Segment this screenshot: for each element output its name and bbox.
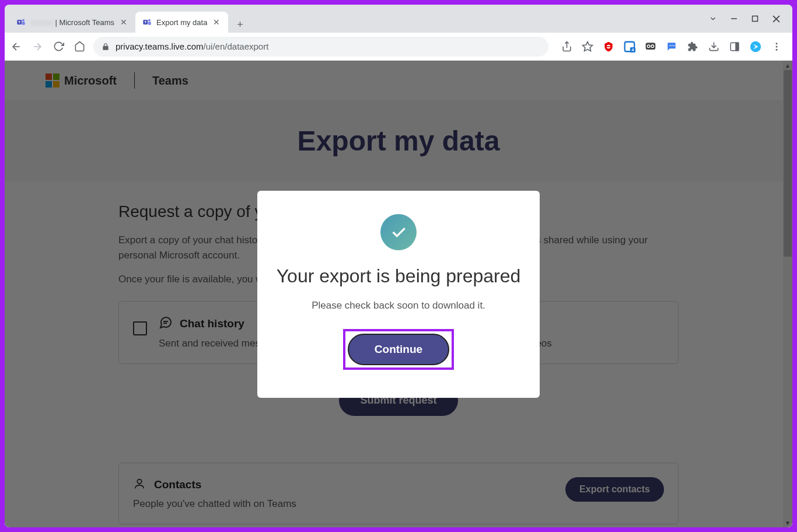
tab-title: Export my data: [156, 18, 207, 27]
close-icon[interactable]: [771, 14, 781, 23]
lock-icon: [102, 43, 110, 51]
svg-text:T: T: [144, 20, 146, 24]
maximize-icon[interactable]: [750, 14, 760, 23]
reload-icon[interactable]: [53, 41, 64, 52]
svg-point-27: [672, 45, 673, 46]
sidepanel-icon[interactable]: [728, 40, 741, 53]
url-text: privacy.teams.live.com/ui/en/dataexport: [116, 41, 268, 51]
share-icon[interactable]: [560, 40, 573, 53]
browser-window: T ——— | Microsoft Teams ✕ T Export my da…: [5, 5, 792, 527]
extension-blue-icon[interactable]: 4: [623, 40, 636, 53]
svg-point-26: [670, 45, 671, 46]
extension-chat-icon[interactable]: [665, 40, 678, 53]
nav-controls: [11, 41, 85, 52]
forward-icon[interactable]: [32, 41, 43, 52]
continue-button[interactable]: Continue: [348, 334, 449, 365]
tab-close-icon[interactable]: ✕: [212, 18, 221, 27]
svg-point-28: [673, 45, 674, 46]
export-preparing-modal: Your export is being prepared Please che…: [257, 191, 540, 398]
svg-point-36: [776, 48, 778, 50]
downloads-icon[interactable]: [707, 40, 720, 53]
svg-point-24: [648, 45, 649, 47]
svg-point-1: [22, 19, 25, 22]
checkmark-icon: [380, 214, 417, 250]
content-wrapper: Microsoft Teams Export my data Request a…: [5, 61, 792, 527]
back-icon[interactable]: [11, 41, 22, 52]
extensions-menu-icon[interactable]: [686, 40, 699, 53]
svg-rect-6: [148, 22, 151, 24]
svg-rect-9: [753, 16, 758, 22]
svg-point-35: [776, 46, 778, 47]
bookmark-star-icon[interactable]: [581, 40, 594, 53]
minimize-icon[interactable]: [729, 14, 739, 23]
svg-text:T: T: [18, 20, 20, 24]
kebab-menu-icon[interactable]: [770, 40, 783, 53]
tab-inactive[interactable]: T ——— | Microsoft Teams ✕: [9, 12, 135, 33]
extension-eyes-icon[interactable]: [644, 40, 657, 53]
svg-point-34: [776, 43, 778, 44]
modal-text: Please check back soon to download it.: [276, 300, 521, 312]
home-icon[interactable]: [74, 41, 85, 52]
window-controls: [701, 14, 788, 23]
titlebar: T ——— | Microsoft Teams ✕ T Export my da…: [5, 5, 792, 33]
svg-point-25: [652, 45, 653, 47]
svg-rect-17: [607, 46, 611, 47]
modal-title: Your export is being prepared: [276, 265, 521, 287]
toolbar: privacy.teams.live.com/ui/en/dataexport …: [5, 33, 792, 61]
tab-close-icon[interactable]: ✕: [119, 18, 128, 27]
chevron-down-icon[interactable]: [708, 14, 718, 23]
teams-favicon-icon: T: [16, 18, 26, 27]
svg-rect-2: [22, 22, 25, 24]
extension-circle-icon[interactable]: [749, 40, 762, 53]
svg-point-5: [148, 19, 151, 22]
tab-strip: T ——— | Microsoft Teams ✕ T Export my da…: [9, 5, 701, 33]
tab-title: ——— | Microsoft Teams: [30, 18, 114, 27]
tab-active[interactable]: T Export my data ✕: [135, 12, 228, 33]
svg-marker-15: [583, 41, 593, 51]
modal-overlay: Your export is being prepared Please che…: [5, 61, 792, 527]
extension-ublock-icon[interactable]: [602, 40, 615, 53]
teams-favicon-icon: T: [142, 18, 152, 27]
continue-button-highlight: Continue: [343, 329, 454, 370]
toolbar-actions: 4: [557, 40, 786, 53]
svg-rect-32: [736, 43, 739, 51]
new-tab-button[interactable]: +: [232, 16, 248, 33]
address-bar[interactable]: privacy.teams.live.com/ui/en/dataexport: [93, 37, 548, 57]
